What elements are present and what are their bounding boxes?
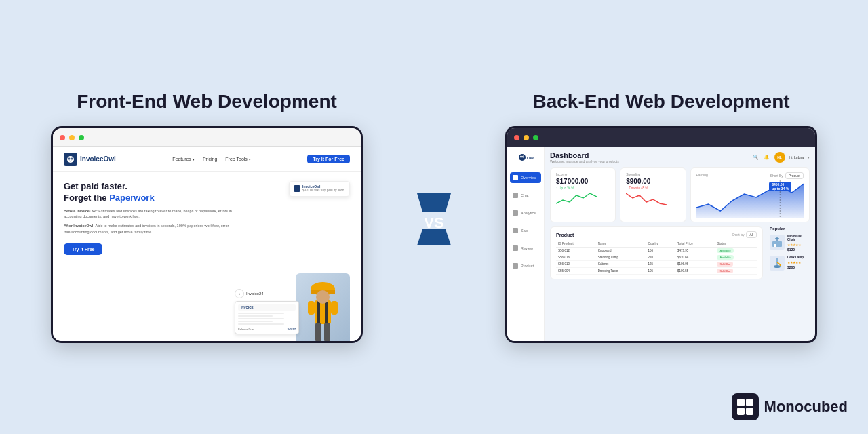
invoice-stack: ‹ Invoice24 INVOICE xyxy=(235,289,299,334)
popular-price-2: $200 xyxy=(787,265,810,269)
svg-rect-13 xyxy=(315,323,321,341)
popular-thumb-1 xyxy=(770,235,785,250)
earning-label: Earning xyxy=(696,173,708,177)
cell-status: Sold Out xyxy=(715,268,757,275)
dot-yellow-2 xyxy=(524,135,529,140)
sidebar-item-sale[interactable]: Sale xyxy=(510,225,541,236)
vs-section: VS xyxy=(403,183,465,251)
product-section-title: Product xyxy=(556,233,574,237)
sidebar-item-review[interactable]: Review xyxy=(510,243,541,254)
col-id: ID Product xyxy=(556,241,596,248)
hero-left: Get paid faster. Forget the Paperwork Be… xyxy=(64,181,235,341)
svg-rect-9 xyxy=(326,300,328,324)
dashboard-header-right: 🔍 🔔 HL Hi, Lubna ▾ xyxy=(753,152,810,163)
spending-sparkline xyxy=(626,190,667,207)
cell-price: $109.55 xyxy=(675,268,715,275)
cell-id: S56-010 xyxy=(556,261,596,268)
hero-desc2: After InvoiceOwl: Able to make estimates… xyxy=(64,223,235,235)
sidebar-item-overview[interactable]: Overview xyxy=(510,172,541,183)
popular-thumb-2 xyxy=(770,256,785,271)
income-card: Income $17000.00 ↑ Up to 34 % xyxy=(550,167,616,222)
dashboard-bar xyxy=(507,128,815,147)
frontend-content: InvoiceOwl Features ▾ Pricing Free Tools… xyxy=(53,147,361,341)
svg-point-32 xyxy=(774,265,781,268)
dot-green-2 xyxy=(533,135,538,140)
cell-qty: 105 xyxy=(646,268,675,275)
nav-cta-button[interactable]: Try It For Free xyxy=(307,155,350,163)
dot-red xyxy=(60,135,65,140)
invoice-line-3 xyxy=(238,318,284,319)
earning-sort-dropdown[interactable]: Product xyxy=(785,172,804,179)
frontend-logo: InvoiceOwl xyxy=(64,153,116,166)
main-container: Front-End Web Development xyxy=(0,0,868,434)
product-sort: Short by All xyxy=(732,231,757,238)
cell-price: $473.95 xyxy=(675,248,715,254)
svg-rect-8 xyxy=(317,300,320,324)
browser-bar-left xyxy=(53,128,361,147)
frontend-nav: InvoiceOwl Features ▾ Pricing Free Tools… xyxy=(53,147,361,172)
svg-point-3 xyxy=(68,158,69,159)
bell-icon[interactable]: 🔔 xyxy=(764,154,770,161)
review-icon xyxy=(513,245,518,251)
chat-icon xyxy=(513,193,518,198)
svg-rect-36 xyxy=(746,408,753,415)
svg-marker-15 xyxy=(417,193,451,212)
earning-sort: Short By Product xyxy=(770,172,804,179)
svg-rect-33 xyxy=(737,399,745,406)
dashboard-logo: Owl xyxy=(517,153,534,163)
svg-text:Owl: Owl xyxy=(527,156,534,160)
nav-pricing[interactable]: Pricing xyxy=(203,157,217,161)
svg-text:VS: VS xyxy=(424,214,443,231)
left-section: Front-End Web Development xyxy=(44,91,370,343)
cell-name: Cupboard xyxy=(596,248,646,254)
overview-icon xyxy=(513,175,518,180)
frontend-nav-links: Features ▾ Pricing Free Tools ▾ xyxy=(172,157,251,161)
spending-label: Spending xyxy=(626,172,679,176)
cell-id: S56-016 xyxy=(556,254,596,261)
search-icon[interactable]: 🔍 xyxy=(753,154,760,161)
invoice-line-4 xyxy=(238,321,273,322)
dashboard-main: Dashboard Welcome, manage and analyse yo… xyxy=(545,147,815,341)
popular-price-1: $120 xyxy=(787,248,810,252)
dashboard-content: Owl Overview Chat Analytics xyxy=(507,147,815,341)
sidebar-item-analytics[interactable]: Analytics xyxy=(510,208,541,218)
popular-name-1: Minimalist Chair xyxy=(787,235,810,241)
svg-point-4 xyxy=(71,158,72,159)
earning-tooltip: $460.00 up to 34 % xyxy=(769,182,791,191)
svg-rect-35 xyxy=(737,408,745,415)
sidebar-item-chat[interactable]: Chat xyxy=(510,190,541,201)
analytics-icon xyxy=(513,210,518,216)
right-section: Back-End Web Development xyxy=(498,91,824,343)
nav-free-tools[interactable]: Free Tools ▾ xyxy=(225,157,251,161)
product-sort-dropdown[interactable]: All xyxy=(746,231,757,238)
nav-features[interactable]: Features ▾ xyxy=(172,157,195,161)
sale-icon xyxy=(513,228,518,233)
hero-cta-button[interactable]: Try it Free xyxy=(64,243,102,255)
worker-image xyxy=(296,273,350,341)
nav-arrow-left[interactable]: ‹ xyxy=(235,289,244,298)
popular-info-1: Minimalist Chair ★★★★☆ $120 xyxy=(787,235,810,252)
svg-rect-30 xyxy=(774,244,776,247)
table-row: S56-010 Cabinet 125 $106.98 Sold Out xyxy=(556,261,757,268)
popular-item-2: Desk Lamp ★★★★★ $200 xyxy=(770,256,810,271)
invoice-card: INVOICE Balance Due $45.97 xyxy=(235,301,299,334)
dashboard-browser: Owl Overview Chat Analytics xyxy=(505,126,817,343)
cell-status: Available xyxy=(715,248,757,254)
cell-price: $630.64 xyxy=(675,254,715,261)
table-row: S56-016 Standing Lamp 270 $630.64 Availa… xyxy=(556,254,757,261)
svg-rect-14 xyxy=(324,323,330,341)
hero-highlight: Paperwork xyxy=(109,193,154,203)
right-title: Back-End Web Development xyxy=(532,91,789,113)
invoice-line-2 xyxy=(238,315,273,317)
frontend-hero: Get paid faster. Forget the Paperwork Be… xyxy=(53,172,361,341)
user-avatar[interactable]: HL xyxy=(774,152,785,163)
popular-info-2: Desk Lamp ★★★★★ $200 xyxy=(787,256,810,269)
cell-status: Available xyxy=(715,254,757,261)
invoice-label: Invoice24 xyxy=(246,292,264,296)
popular-item-1: Minimalist Chair ★★★★☆ $120 xyxy=(770,235,810,252)
sidebar-item-product[interactable]: Product xyxy=(510,260,541,271)
monocubed-name: Monocubed xyxy=(764,398,848,416)
earning-card: Earning Short By Product xyxy=(690,167,810,222)
frontend-logo-text: InvoiceOwl xyxy=(80,155,116,163)
cell-name: Cabinet xyxy=(596,261,646,268)
